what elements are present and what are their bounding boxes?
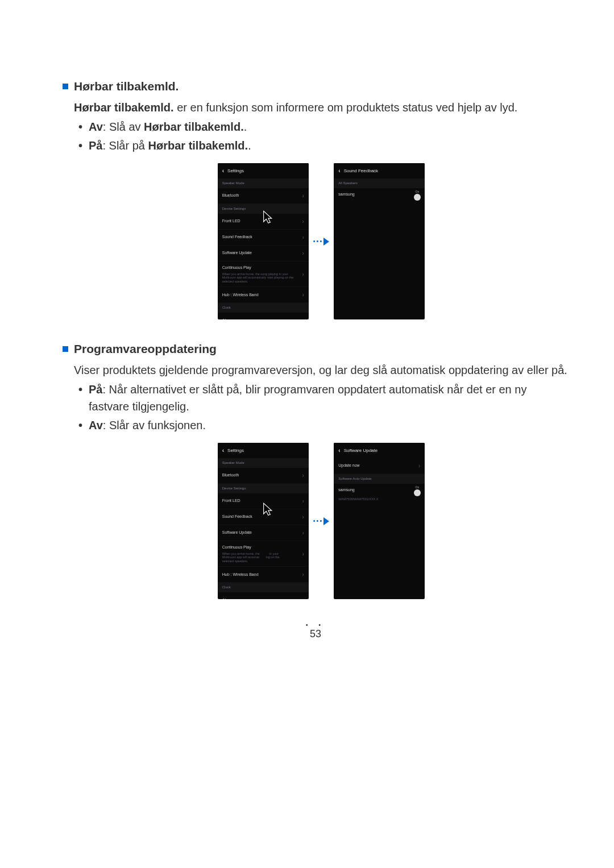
version-text: WAM7500/WAM7501/XXX,X xyxy=(334,497,425,504)
bullet-item: På: Når alternativet er slått på, blir p… xyxy=(74,381,569,415)
chevron-right-icon: › xyxy=(302,316,304,319)
chevron-right-icon: › xyxy=(302,290,304,299)
screen-header[interactable]: ‹ Settings xyxy=(218,163,309,178)
bullet-item: Av: Slå av Hørbar tilbakemld.. xyxy=(74,118,569,135)
screenshot-pair: ‹ Settings Speaker Mode Bluetooth› Devic… xyxy=(74,163,569,319)
menu-label: Hub : Wireless Band xyxy=(222,292,259,298)
menu-item-soundfeedback[interactable]: Sound Feedback› xyxy=(218,230,309,246)
menu-item-alarm[interactable]: Alarm› xyxy=(218,313,309,319)
chevron-right-icon: › xyxy=(302,513,304,521)
back-arrow-icon[interactable]: ‹ xyxy=(338,167,340,175)
desc-frag: selected speakers. xyxy=(222,559,248,563)
menu-item-hub[interactable]: Hub : Wireless Band› xyxy=(218,567,309,583)
menu-label: Sound Feedback xyxy=(222,514,252,520)
arrow-right-icon xyxy=(323,517,329,525)
menu-group: Clock xyxy=(218,303,309,313)
menu-label: Bluetooth xyxy=(222,472,239,479)
page-number: 53 xyxy=(63,628,569,640)
menu-label: Alarm xyxy=(222,318,233,319)
bullet-rest: : Slå av xyxy=(103,121,144,133)
menu-group: Device Settings xyxy=(218,484,309,493)
header-title: Sound Feedback xyxy=(344,168,379,175)
phone-soundfeedback-screen: ‹ Sound Feedback All Speakers samsung On xyxy=(334,163,425,319)
menu-label: Continuous Play xyxy=(222,265,251,271)
bullet-rest: : Slår på xyxy=(102,139,148,152)
menu-item-soundfeedback[interactable]: Sound Feedback› xyxy=(218,509,309,525)
chevron-right-icon: › xyxy=(302,596,304,599)
dots-icon: ••• xyxy=(313,236,323,246)
bullet-label: På xyxy=(89,383,102,396)
header-title: Settings xyxy=(227,447,244,454)
back-arrow-icon[interactable]: ‹ xyxy=(338,446,340,455)
bullet-rest: : Slår av funksjonen. xyxy=(103,419,206,431)
back-arrow-icon[interactable]: ‹ xyxy=(222,446,224,455)
chevron-right-icon: › xyxy=(302,550,304,558)
menu-group: Speaker Mode xyxy=(218,178,309,188)
chevron-right-icon: › xyxy=(302,270,304,279)
menu-label: Sound Feedback xyxy=(222,234,252,240)
desc-frag: in your xyxy=(269,552,279,555)
bullet-list: På: Når alternativet er slått på, blir p… xyxy=(74,381,569,434)
screen-header[interactable]: ‹ Settings xyxy=(218,443,309,458)
speaker-toggle-row[interactable]: samsung On xyxy=(334,484,425,497)
section-body: Hørbar tilbakemld. er en funksjon som in… xyxy=(63,99,569,319)
chevron-right-icon: › xyxy=(302,249,304,258)
menu-label: Front LED xyxy=(222,218,240,225)
bullet-bold2: Hørbar tilbakemld. xyxy=(148,139,248,152)
menu-item-frontled[interactable]: Front LED› xyxy=(218,214,309,230)
menu-item-continuous[interactable]: Continuous Play When you arrive home, th… xyxy=(218,261,309,287)
desc-frag: When you arrive home, the xyxy=(222,552,260,555)
bullet-label: Av xyxy=(89,121,103,133)
menu-item-bluetooth[interactable]: Bluetooth› xyxy=(218,468,309,484)
back-arrow-icon[interactable]: ‹ xyxy=(222,167,224,175)
arrow-right-icon xyxy=(323,238,329,246)
speaker-toggle-row[interactable]: samsung On xyxy=(334,188,425,201)
chevron-right-icon: › xyxy=(302,217,304,226)
chevron-right-icon: › xyxy=(302,497,304,505)
menu-item-updatenow[interactable]: Update now› xyxy=(334,458,425,474)
chevron-right-icon: › xyxy=(302,233,304,242)
bullet-tail: . xyxy=(248,139,251,152)
phone-settings-screen: ‹ Settings Speaker Mode Bluetooth› Devic… xyxy=(218,163,309,319)
bullet-rest: : Når alternativet er slått på, blir pro… xyxy=(89,383,526,413)
screen-header[interactable]: ‹ Software Update xyxy=(334,443,425,458)
arrow-connector: ••• xyxy=(313,516,330,526)
footer-dots-icon: • • xyxy=(63,622,569,628)
blue-bullet-icon xyxy=(63,346,68,352)
intro-rest: er en funksjon som informere om produkte… xyxy=(174,101,518,114)
menu-item-softwareupdate[interactable]: Software Update› xyxy=(218,246,309,261)
menu-item-continuous[interactable]: Continuous Play When you arrive home, th… xyxy=(218,541,309,567)
menu-group: Clock xyxy=(218,583,309,592)
menu-desc: When you arrive home, the xxxxx in your … xyxy=(222,552,280,563)
blue-bullet-icon xyxy=(63,84,68,89)
speaker-label: samsung xyxy=(338,487,354,493)
section-header: Programvareoppdatering xyxy=(63,342,569,356)
menu-label: Software Update xyxy=(222,250,252,256)
intro-bold: Hørbar tilbakemld. xyxy=(74,101,174,114)
menu-item-alarm[interactable]: Alarm› xyxy=(218,592,309,599)
screenshot-pair: ‹ Settings Speaker Mode Bluetooth› Devic… xyxy=(74,443,569,599)
chevron-right-icon: › xyxy=(302,570,304,579)
screen-header[interactable]: ‹ Sound Feedback xyxy=(334,163,425,178)
menu-item-frontled[interactable]: Front LED› xyxy=(218,493,309,509)
menu-label: Front LED xyxy=(222,498,240,504)
arrow-connector: ••• xyxy=(313,236,330,246)
phone-softwareupdate-screen: ‹ Software Update Update now› Software A… xyxy=(334,443,425,599)
speaker-label: samsung xyxy=(338,192,354,198)
menu-label: Continuous Play xyxy=(222,545,251,551)
page-footer: • • 53 xyxy=(63,622,569,640)
menu-item-hub[interactable]: Hub : Wireless Band› xyxy=(218,287,309,303)
chevron-right-icon: › xyxy=(302,192,304,200)
menu-label: Alarm xyxy=(222,597,233,599)
intro-paragraph: Viser produktets gjeldende programvareve… xyxy=(74,362,569,379)
chevron-right-icon: › xyxy=(302,471,304,480)
section-programvare: Programvareoppdatering Viser produktets … xyxy=(63,342,569,599)
section-horbar: Hørbar tilbakemld. Hørbar tilbakemld. er… xyxy=(63,80,569,319)
menu-item-bluetooth[interactable]: Bluetooth› xyxy=(218,188,309,204)
menu-item-softwareupdate[interactable]: Software Update› xyxy=(218,525,309,541)
bullet-tail: . xyxy=(244,121,247,133)
section-body: Viser produktets gjeldende programvareve… xyxy=(63,362,569,599)
menu-group: Speaker Mode xyxy=(218,458,309,468)
menu-label: Hub : Wireless Band xyxy=(222,572,259,578)
bullet-label: På xyxy=(89,139,102,152)
